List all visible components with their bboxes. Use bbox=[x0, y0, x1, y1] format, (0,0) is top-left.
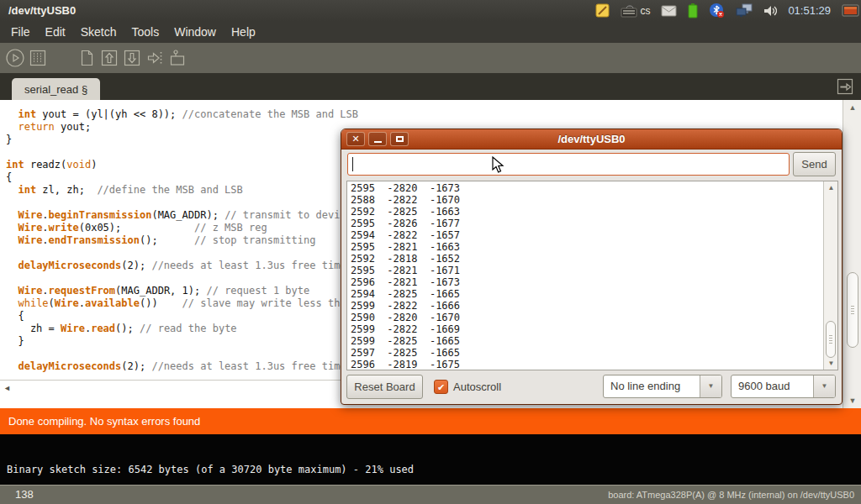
serial-monitor-icon[interactable] bbox=[166, 47, 188, 70]
serial-line: 2592 -2825 -1663 bbox=[351, 206, 822, 218]
menu-sketch[interactable]: Sketch bbox=[73, 21, 124, 43]
save-icon[interactable] bbox=[120, 47, 143, 70]
mail-icon[interactable] bbox=[661, 5, 677, 17]
menu-window[interactable]: Window bbox=[166, 21, 224, 43]
keyboard-layout-label: cs bbox=[640, 5, 650, 17]
window-titlebar: /dev/ttyUSB0 cs 01:5 bbox=[0, 0, 861, 21]
verify-icon[interactable] bbox=[3, 47, 26, 70]
send-button[interactable]: Send bbox=[793, 152, 836, 176]
serial-line: 2590 -2820 -1670 bbox=[351, 312, 822, 323]
serial-scrollbar[interactable]: ▲ ▼ bbox=[823, 181, 837, 370]
serial-line: 2595 -2821 -1671 bbox=[351, 265, 822, 276]
scroll-down-icon[interactable]: ▼ bbox=[824, 360, 838, 367]
scroll-up-icon[interactable]: ▲ bbox=[824, 184, 838, 192]
open-icon[interactable] bbox=[98, 47, 120, 70]
chevron-down-icon[interactable]: ▼ bbox=[700, 375, 721, 397]
serial-input[interactable] bbox=[347, 153, 790, 176]
network-icon[interactable] bbox=[736, 3, 753, 18]
menu-edit[interactable]: Edit bbox=[38, 21, 73, 43]
serial-line: 2595 -2821 -1663 bbox=[351, 241, 822, 253]
stop-icon[interactable] bbox=[26, 47, 49, 70]
serial-window-title: /dev/ttyUSB0 bbox=[341, 129, 842, 150]
menu-file[interactable]: File bbox=[3, 21, 38, 43]
close-icon[interactable]: ✕ bbox=[346, 132, 365, 146]
notes-icon[interactable] bbox=[595, 3, 610, 18]
serial-line: 2599 -2825 -1665 bbox=[351, 335, 822, 347]
serial-line: 2596 -2821 -1673 bbox=[351, 276, 822, 288]
upload-icon[interactable] bbox=[143, 47, 166, 70]
serial-line: 2594 -2822 -1657 bbox=[351, 229, 822, 241]
tab-serial-read[interactable]: serial_read § bbox=[12, 78, 100, 100]
chevron-down-icon[interactable]: ▼ bbox=[813, 375, 835, 397]
baud-rate-select[interactable]: 9600 baud ▼ bbox=[731, 375, 836, 398]
serial-line: 2595 -2820 -1673 bbox=[351, 182, 822, 194]
serial-line: 2595 -2826 -1677 bbox=[351, 218, 822, 229]
console-output: Binary sketch size: 6542 bytes (of a 307… bbox=[7, 464, 414, 475]
new-sketch-icon[interactable] bbox=[75, 47, 98, 70]
serial-monitor-window: /dev/ttyUSB0 ✕ Send 2595 -2820 -16732588… bbox=[341, 129, 843, 405]
serial-scrollbar-thumb[interactable] bbox=[826, 321, 836, 358]
serial-line: 2594 -2825 -1665 bbox=[351, 288, 822, 300]
mouse-cursor bbox=[491, 156, 508, 178]
line-number: 138 bbox=[15, 488, 34, 501]
text-caret bbox=[352, 157, 353, 171]
footer-statusbar: 138 board: ATmega328P(A) @ 8 MHz (intern… bbox=[0, 485, 861, 504]
editor-scrollbar-thumb[interactable] bbox=[847, 272, 858, 348]
serial-line: 2596 -2819 -1675 bbox=[351, 359, 822, 370]
battery-icon[interactable] bbox=[688, 3, 698, 18]
board-info: board: ATmega328P(A) @ 8 MHz (internal) … bbox=[608, 490, 854, 500]
code-line: int yout = (yl|(yh << 8)); //concatenate… bbox=[6, 108, 841, 121]
serial-line: 2592 -2818 -1652 bbox=[351, 253, 822, 265]
volume-icon[interactable] bbox=[763, 4, 777, 18]
toolbar bbox=[0, 43, 861, 73]
compile-status-text: Done compiling. No syntax errors found bbox=[8, 415, 200, 428]
reset-board-button[interactable]: Reset Board bbox=[346, 375, 423, 399]
scroll-up-icon[interactable]: ▲ bbox=[843, 103, 861, 112]
clock[interactable]: 01:51:29 bbox=[788, 4, 831, 17]
scroll-down-icon[interactable]: ▼ bbox=[843, 396, 861, 405]
tab-menu-icon[interactable] bbox=[836, 77, 854, 96]
menu-help[interactable]: Help bbox=[224, 21, 263, 43]
line-ending-value: No line ending bbox=[604, 375, 700, 397]
window-title: /dev/ttyUSB0 bbox=[8, 0, 76, 21]
menu-tools[interactable]: Tools bbox=[124, 21, 167, 43]
tabbar: serial_read § bbox=[0, 73, 861, 100]
system-tray: cs 01:51:29 bbox=[595, 0, 859, 21]
baud-rate-value: 9600 baud bbox=[732, 375, 813, 397]
editor-scrollbar[interactable]: ▲ ▼ bbox=[843, 100, 861, 408]
maximize-icon[interactable] bbox=[390, 132, 409, 146]
session-icon[interactable] bbox=[842, 3, 859, 18]
serial-line: 2597 -2825 -1665 bbox=[351, 347, 822, 359]
menubar: File Edit Sketch Tools Window Help bbox=[0, 21, 861, 43]
compile-status-bar: Done compiling. No syntax errors found bbox=[0, 408, 861, 434]
serial-lines: 2595 -2820 -16732588 -2822 -16702592 -28… bbox=[347, 182, 822, 370]
hscroll-left-arrow-icon[interactable]: ◄ bbox=[3, 384, 11, 392]
serial-line: 2588 -2822 -1670 bbox=[351, 194, 822, 206]
bluetooth-icon[interactable] bbox=[709, 3, 725, 18]
serial-output[interactable]: 2595 -2820 -16732588 -2822 -16702592 -28… bbox=[346, 181, 838, 370]
minimize-icon[interactable] bbox=[368, 132, 387, 146]
line-ending-select[interactable]: No line ending ▼ bbox=[603, 375, 722, 398]
keyboard-indicator[interactable]: cs bbox=[621, 3, 650, 18]
console: Binary sketch size: 6542 bytes (of a 307… bbox=[0, 434, 861, 485]
serial-line: 2599 -2822 -1669 bbox=[351, 323, 822, 335]
autoscroll-checkbox[interactable]: ✔ bbox=[434, 380, 448, 394]
serial-window-titlebar[interactable]: /dev/ttyUSB0 ✕ bbox=[341, 129, 842, 150]
serial-line: 2599 -2822 -1666 bbox=[351, 300, 822, 312]
screen: /dev/ttyUSB0 cs 01:5 bbox=[0, 0, 861, 504]
autoscroll-label: Autoscroll bbox=[453, 381, 501, 393]
